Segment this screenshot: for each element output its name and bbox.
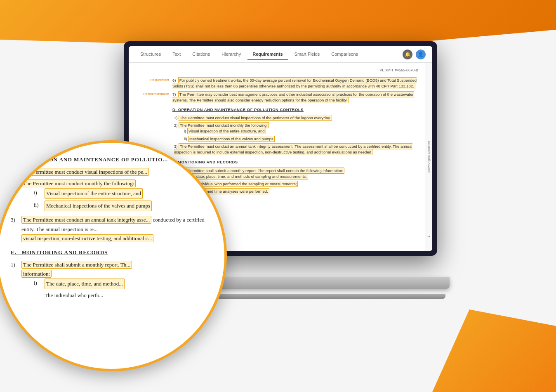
tab-text[interactable]: Text: [167, 49, 186, 60]
mag-section-e-subitem-ii-text: The individual who perfo...: [45, 291, 103, 300]
section-d-items: 1) The Permittee must conduct visual ins…: [172, 115, 418, 156]
tab-citations[interactable]: Citations: [187, 49, 215, 60]
mag-item-1-text: The Permittee must conduct visual inspec…: [21, 168, 212, 177]
section-d-subitem-i: i) Visual inspection of the entire struc…: [182, 128, 418, 134]
magnify-circle: D. OPERATION AND MAINTENANCE OF POLLUTIO…: [0, 140, 227, 371]
mag-item-3-num: 3): [11, 215, 19, 243]
mag-section-e-item-1-text: The Permittee shall submit a monthly rep…: [21, 260, 212, 302]
item-7-num: 7): [172, 92, 177, 97]
section-d-subitems: i) Visual inspection of the entire struc…: [174, 128, 418, 142]
mag-item-3-highlighted-2: visual inspection, non-destructive testi…: [21, 234, 153, 242]
mag-item-3-highlighted: The Permittee must conduct an annual tan…: [21, 216, 151, 224]
mag-section-e-item-1-highlighted: The Permittee shall submit a monthly rep…: [21, 261, 132, 269]
content-row-7: Recommendation 7) The Permittee may cons…: [135, 92, 418, 104]
mag-subitem-i-num: i): [34, 188, 42, 199]
nav-icons: 🔔 👤: [403, 50, 426, 59]
section-d-item-1: 1) The Permittee must conduct visual ins…: [172, 115, 418, 121]
nav-tabs: Structures Text Citations Hierarchy Requ…: [135, 49, 363, 60]
item-6-text: 6) For publicly owned treatment works, t…: [172, 78, 418, 90]
user-icon[interactable]: 👤: [416, 50, 426, 59]
mag-subitem-ii-text: Mechanical inspections of the valves and…: [45, 201, 152, 211]
tab-requirements[interactable]: Requirements: [247, 49, 287, 60]
section-d-item-2: 2) The Permittee must conduct monthly th…: [172, 123, 418, 142]
content-row-6: Requirement 6) For publicly owned treatm…: [135, 78, 418, 90]
mag-section-d-label: D. OPERATION AND MAINTENANCE OF POLLUTIO…: [11, 155, 212, 164]
mag-section-e-subitem-ii-num: [34, 291, 42, 300]
mag-item-1: 1) The Permittee must conduct visual ins…: [11, 168, 212, 177]
section-e-subitem-iii: iii) The date and time analyses were per…: [182, 189, 418, 194]
magnify-content: D. OPERATION AND MAINTENANCE OF POLLUTIO…: [11, 155, 212, 357]
mag-section-e-subitem-i-num: i): [34, 279, 42, 289]
sidebar-arrow[interactable]: →: [427, 234, 431, 239]
section-d-item-3: 3) The Permittee must conduct an annual …: [172, 144, 418, 156]
item-6-num: 6): [172, 78, 177, 83]
doc-sidebar: Show Original Document →: [425, 63, 432, 251]
bg-orange-bottom: [432, 309, 556, 392]
mag-subitem-i: i) Visual inspection of the entire struc…: [34, 188, 212, 199]
mag-item-2-text: The Permittee must conduct monthly the f…: [21, 179, 212, 213]
mag-subitem-ii: ii) Mechanical inspections of the valves…: [34, 201, 212, 211]
mag-item-3-text: The Permittee must conduct an annual tan…: [21, 215, 212, 243]
tab-smart-fields[interactable]: Smart Fields: [290, 49, 325, 60]
item-6-content: For publicly owned treatment works, the …: [172, 77, 417, 89]
sidebar-label: Show Original Document: [427, 141, 430, 172]
bell-icon[interactable]: 🔔: [403, 50, 412, 59]
permit-number: PERMIT #4565-6678-B: [135, 68, 418, 73]
mag-subitem-ii-num: ii): [34, 201, 42, 211]
mag-section-e-item-1: 1) The Permittee shall submit a monthly …: [11, 260, 212, 302]
mag-section-e-item-1-highlighted-2: information:: [21, 270, 52, 278]
section-e-subitem-ii: ii) The individual who performed the sam…: [182, 181, 418, 187]
section-e-subitem-i: i) The date, place, time, and methods of…: [182, 174, 418, 179]
mag-item-2-num: 2): [11, 179, 19, 213]
mag-subitems: i) Visual inspection of the entire struc…: [21, 188, 212, 211]
section-d-subitem-ii: ii) Mechanical inspections of the valves…: [182, 136, 418, 142]
section-d-item-3-text: The Permittee must conduct an annual tan…: [174, 143, 412, 155]
mag-item-1-highlighted: The Permittee must conduct visual inspec…: [21, 168, 149, 176]
mag-subitem-i-text: Visual inspection of the entire structur…: [45, 188, 143, 199]
app-navbar: Structures Text Citations Hierarchy Requ…: [129, 46, 432, 63]
section-d-item-1-text: The Permittee must conduct visual inspec…: [179, 115, 332, 121]
section-d-header: D. OPERATION AND MAINTENANCE OF POLLUTIO…: [172, 107, 418, 113]
recommendation-label-1: Recommendation: [135, 92, 172, 104]
mag-item-2: 2) The Permittee must conduct monthly th…: [11, 179, 212, 213]
tab-structures[interactable]: Structures: [135, 49, 166, 60]
item-7-text: 7) The Permittee may consider best manag…: [172, 92, 418, 104]
mag-section-e-subitem-ii: The individual who perfo...: [34, 291, 212, 300]
section-d-item-2-text: The Permittee must conduct monthly the f…: [179, 122, 269, 128]
tab-hierarchy[interactable]: Hierarchy: [217, 49, 246, 60]
tab-comparisons[interactable]: Comparisons: [326, 49, 363, 60]
mag-item-2-highlighted: The Permittee must conduct monthly the f…: [21, 179, 136, 187]
mag-item-1-num: 1): [11, 168, 19, 177]
mag-section-e-item-1-num: 1): [11, 260, 19, 302]
mag-section-e-subitem-i: i) The date, place, time, and method...: [34, 279, 212, 289]
mag-section-e-subitem-i-text: The date, place, time, and method...: [45, 279, 125, 289]
mag-section-e-label: E. MONITORING AND RECORDS: [11, 248, 212, 257]
requirement-label: Requirement: [135, 78, 172, 90]
mag-item-3: 3) The Permittee must conduct an annual …: [11, 215, 212, 243]
mag-section-e-subitems: i) The date, place, time, and method... …: [21, 279, 212, 300]
item-7-content: The Permittee may consider best manageme…: [172, 91, 414, 103]
